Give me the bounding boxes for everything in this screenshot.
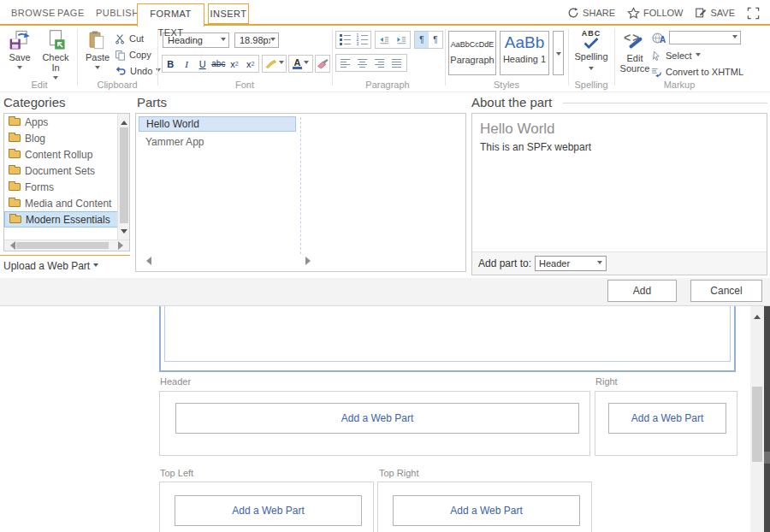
category-item-document-sets[interactable]: Document Sets xyxy=(4,163,129,179)
spelling-button[interactable]: ABC Spelling xyxy=(572,29,611,77)
justify-button[interactable] xyxy=(388,55,405,71)
dropdown-caret-icon xyxy=(17,66,22,72)
part-item-hello-world-selected[interactable]: Hello World xyxy=(139,116,296,132)
tab-insert[interactable]: INSERT xyxy=(208,3,249,24)
category-label: Blog xyxy=(25,133,45,145)
save-button-label: Save xyxy=(3,52,36,62)
add-webpart-button-header[interactable]: Add a Web Part xyxy=(175,403,579,434)
browser-scrollbar[interactable] xyxy=(764,306,770,532)
ltr-icon: ¶ xyxy=(419,35,424,44)
add-webpart-button-right[interactable]: Add a Web Part xyxy=(608,403,726,434)
font-color-button[interactable]: A xyxy=(288,55,313,73)
edit-source-button[interactable]: <> Edit Source xyxy=(618,29,652,74)
page-scrollbar-thumb[interactable] xyxy=(752,387,762,462)
upload-webpart-label: Upload a Web Part xyxy=(3,260,90,272)
scroll-right-icon[interactable] xyxy=(118,241,127,250)
categories-scrollbar-thumb[interactable] xyxy=(120,127,128,223)
font-format-buttons: B I U abc x2 x2 xyxy=(162,55,259,73)
style-heading1-button[interactable]: AaBb Heading 1 xyxy=(500,31,549,75)
check-in-button[interactable]: Check In xyxy=(38,29,74,79)
rtl-button[interactable]: ¶ xyxy=(429,32,442,48)
clear-format-button[interactable] xyxy=(315,55,330,73)
cut-scissors-icon xyxy=(115,33,126,44)
group-label-font: Font xyxy=(159,80,330,90)
tab-format-text[interactable]: FORMAT TEXT xyxy=(137,3,204,27)
bullet-list-button[interactable] xyxy=(336,32,353,48)
categories-horizontal-scrollbar[interactable] xyxy=(4,239,129,251)
category-item-content-rollup[interactable]: Content Rollup xyxy=(4,146,129,163)
numbered-list-icon: 1 2 3 xyxy=(357,34,368,45)
category-item-blog[interactable]: Blog xyxy=(4,130,129,146)
focus-mode-button[interactable] xyxy=(747,7,760,20)
align-center-button[interactable] xyxy=(353,55,370,71)
category-label: Media and Content xyxy=(25,198,111,210)
share-button[interactable]: SHARE xyxy=(567,7,615,19)
highlight-color-button[interactable] xyxy=(262,55,287,73)
add-webpart-button-top-right[interactable]: Add a Web Part xyxy=(393,495,580,526)
upload-webpart-link[interactable]: Upload a Web Part xyxy=(3,260,98,272)
add-part-to-select[interactable]: Header xyxy=(535,256,607,271)
category-item-apps[interactable]: Apps xyxy=(4,114,129,130)
styles-more-button[interactable] xyxy=(553,31,564,75)
category-label: Document Sets xyxy=(25,165,95,177)
tab-page[interactable]: PAGE xyxy=(57,8,85,18)
numbered-list-button[interactable]: 1 2 3 xyxy=(353,32,370,48)
superscript-button[interactable]: x2 xyxy=(242,56,258,72)
group-label-clipboard: Clipboard xyxy=(79,80,156,90)
ribbon-accent-line xyxy=(0,24,770,26)
decrease-indent-button[interactable] xyxy=(376,32,393,48)
paste-button[interactable]: Paste xyxy=(82,29,113,79)
underline-button[interactable]: U xyxy=(194,56,210,72)
categories-hscrollbar-thumb[interactable] xyxy=(16,242,109,249)
category-item-modern-essentials-selected[interactable]: Modern Essentials xyxy=(4,211,118,228)
strikethrough-button[interactable]: abc xyxy=(210,56,227,72)
scroll-up-icon[interactable] xyxy=(754,311,761,319)
increase-indent-button[interactable] xyxy=(393,32,410,48)
save-button[interactable]: Save xyxy=(3,29,36,79)
save-button-suite[interactable]: SAVE xyxy=(695,7,735,19)
paste-button-label: Paste xyxy=(82,52,113,62)
convert-xhtml-button[interactable]: Convert to XHTML xyxy=(650,65,743,79)
add-button[interactable]: Add xyxy=(607,280,677,302)
subscript-button[interactable]: x2 xyxy=(227,56,243,72)
ltr-button[interactable]: ¶ xyxy=(415,32,429,48)
spelling-check-icon xyxy=(582,38,601,49)
spelling-abc-text: ABC xyxy=(572,29,611,38)
add-webpart-button-top-left[interactable]: Add a Web Part xyxy=(175,495,362,526)
align-right-button[interactable] xyxy=(370,55,388,71)
about-part-description: This is an SPFx webpart xyxy=(480,141,591,153)
cancel-button[interactable]: Cancel xyxy=(690,280,762,302)
follow-button[interactable]: FOLLOW xyxy=(627,7,683,20)
align-left-button[interactable] xyxy=(336,55,353,71)
copy-button[interactable]: Copy xyxy=(115,48,151,62)
cut-button[interactable]: Cut xyxy=(115,32,144,45)
scroll-left-icon[interactable] xyxy=(6,241,15,250)
part-item-yammer-app[interactable]: Yammer App xyxy=(139,134,296,150)
group-label-spelling: Spelling xyxy=(570,80,613,90)
follow-label: FOLLOW xyxy=(643,8,683,18)
style-paragraph-button[interactable]: AaBbCcDdE Paragraph xyxy=(448,31,496,75)
browser-scrollbar-thumb[interactable] xyxy=(764,452,770,464)
parts-page-right-icon[interactable] xyxy=(305,257,315,265)
group-separator xyxy=(332,29,333,86)
scroll-down-icon[interactable] xyxy=(121,229,127,237)
category-item-forms[interactable]: Forms xyxy=(4,179,129,195)
page-canvas: Header Add a Web Part Right Add a Web Pa… xyxy=(0,306,770,532)
category-item-media-and-content[interactable]: Media and Content xyxy=(4,195,129,211)
bold-button[interactable]: B xyxy=(163,56,179,72)
parts-page-left-icon[interactable] xyxy=(142,257,151,265)
suite-actions: SHARE FOLLOW SAVE xyxy=(567,4,760,21)
dropdown-caret-icon xyxy=(304,61,309,67)
scroll-up-icon[interactable] xyxy=(121,117,127,125)
language-select[interactable] xyxy=(669,31,741,44)
add-part-to-label: Add part to: xyxy=(478,257,531,269)
page-scrollbar[interactable] xyxy=(750,306,764,532)
tab-publish[interactable]: PUBLISH xyxy=(96,8,139,18)
tab-browse[interactable]: BROWSE xyxy=(11,8,56,18)
select-button[interactable]: Select xyxy=(652,49,701,62)
undo-button[interactable]: Undo xyxy=(115,64,161,78)
font-size-select[interactable]: 18.98px xyxy=(234,33,279,48)
italic-button[interactable]: I xyxy=(179,56,195,72)
style-name: Paragraph xyxy=(449,55,495,65)
categories-vertical-scrollbar[interactable] xyxy=(117,114,129,239)
